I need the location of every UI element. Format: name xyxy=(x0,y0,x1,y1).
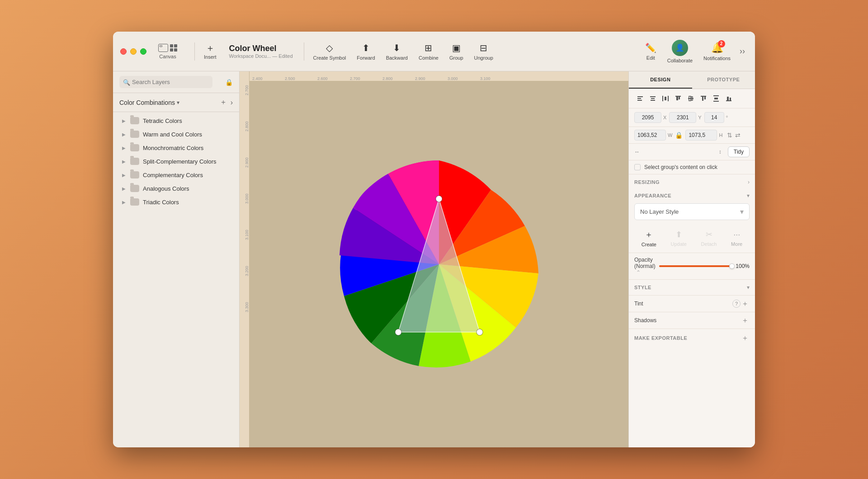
svg-rect-4 xyxy=(637,100,642,101)
ruler-mark: 2.500 xyxy=(285,76,317,81)
ruler-mark: 2.700 xyxy=(350,76,382,81)
update-style-button[interactable]: ⬆ Update xyxy=(667,228,690,249)
create-style-button[interactable]: ＋ Create xyxy=(638,227,660,249)
notifications-button[interactable]: 🔔 2 Notifications xyxy=(699,39,735,64)
height-input[interactable] xyxy=(685,130,717,141)
size-row: W 🔒 H ⇅ ⇄ xyxy=(629,127,755,144)
appearance-section-header[interactable]: APPEARANCE ▾ xyxy=(629,188,755,202)
tint-help-button[interactable]: ? xyxy=(732,300,741,308)
group-icon: ▣ xyxy=(452,42,461,53)
align-bottom-button[interactable] xyxy=(723,93,735,104)
insert-label: Insert xyxy=(204,54,217,60)
expand-button[interactable]: ›› xyxy=(737,44,748,59)
expand-icon: ▶ xyxy=(122,132,126,137)
distribute-v-button[interactable] xyxy=(710,93,722,104)
y-input[interactable] xyxy=(669,112,696,123)
space-indicator: ↔ xyxy=(634,149,716,155)
canvas-view-button[interactable]: Canvas xyxy=(154,41,182,62)
ungroup-icon: ⊟ xyxy=(480,42,487,53)
backward-label: Backward xyxy=(386,55,408,61)
list-item[interactable]: ▶ Complementary Colors xyxy=(113,168,239,182)
group-label: Group xyxy=(449,55,463,61)
shadows-add-button[interactable]: ＋ xyxy=(741,316,750,325)
update-icon: ⬆ xyxy=(675,230,682,240)
right-panel: DESIGN PROTOTYPE xyxy=(628,71,755,447)
edit-label: Edit xyxy=(646,55,655,61)
maximize-button[interactable] xyxy=(140,48,146,55)
control-dot-top xyxy=(436,196,442,202)
close-button[interactable] xyxy=(120,48,127,55)
canvas-area[interactable]: 2.400 2.500 2.600 2.700 2.800 2.900 3.00… xyxy=(240,71,628,447)
list-item[interactable]: ▶ Monochromatric Colors xyxy=(113,141,239,155)
doc-subtitle: Workspace Docu... — Edited xyxy=(229,53,293,59)
divider2 xyxy=(304,42,304,61)
list-item[interactable]: ▶ Split-Complementary Colors xyxy=(113,155,239,168)
shadows-label: Shadows xyxy=(634,317,741,324)
edit-button[interactable]: ✏️ Edit xyxy=(641,40,661,63)
backward-button[interactable]: ⬇ Backward xyxy=(381,40,413,63)
list-item[interactable]: ▶ Tetradic Colors xyxy=(113,114,239,127)
layer-group-name[interactable]: Color Combinations ▾ xyxy=(119,99,179,106)
layer-name: Warm and Cool Colors xyxy=(143,131,202,138)
detach-style-button[interactable]: ✂ Detach xyxy=(698,228,721,249)
x-label: X xyxy=(663,115,666,120)
rotation-input[interactable] xyxy=(704,112,724,123)
ruler-mark: 2.900 xyxy=(415,76,448,81)
combine-button[interactable]: ⊞ Combine xyxy=(413,40,444,63)
style-section-header[interactable]: STYLE ▾ xyxy=(629,280,755,296)
create-symbol-button[interactable]: ◇ Create Symbol xyxy=(308,40,352,63)
create-symbol-icon: ◇ xyxy=(326,42,333,53)
collaborate-label: Collaborate xyxy=(667,58,693,63)
layer-style-dropdown[interactable]: No Layer Style ▾ xyxy=(634,203,750,220)
align-left-button[interactable] xyxy=(634,93,646,104)
distribute-h-button[interactable] xyxy=(660,93,671,104)
ungroup-button[interactable]: ⊟ Ungroup xyxy=(469,40,499,63)
svg-rect-21 xyxy=(713,101,719,102)
list-item[interactable]: ▶ Triadic Colors xyxy=(113,195,239,209)
layer-name: Tetradic Colors xyxy=(143,117,182,124)
opacity-expand-icon[interactable]: ⌃ xyxy=(636,269,641,276)
tidy-button[interactable]: Tidy xyxy=(728,146,750,157)
list-item[interactable]: ▶ Warm and Cool Colors xyxy=(113,127,239,141)
group-name-text: Color Combinations xyxy=(119,99,175,106)
tint-add-button[interactable]: ＋ xyxy=(741,299,750,308)
tab-prototype[interactable]: PROTOTYPE xyxy=(692,71,755,89)
combine-label: Combine xyxy=(419,55,439,61)
collapse-button[interactable]: › xyxy=(231,99,233,107)
resizing-section-header[interactable]: RESIZING › xyxy=(629,174,755,188)
group-button[interactable]: ▣ Group xyxy=(444,40,469,63)
more-icon: ··· xyxy=(733,230,740,240)
width-input[interactable] xyxy=(634,130,666,141)
expand-icon: ▶ xyxy=(122,146,126,150)
style-chevron-icon: ▾ xyxy=(747,284,750,291)
add-layer-button[interactable]: ＋ xyxy=(220,98,227,107)
select-group-checkbox[interactable] xyxy=(634,164,641,170)
opacity-fill xyxy=(659,265,732,267)
layer-name: Analogous Colors xyxy=(143,185,189,192)
search-input[interactable] xyxy=(119,76,212,88)
list-item[interactable]: ▶ Analogous Colors xyxy=(113,182,239,195)
align-center-h-button[interactable] xyxy=(647,93,659,104)
tab-design[interactable]: DESIGN xyxy=(629,71,692,89)
forward-button[interactable]: ⬆ Forward xyxy=(351,40,380,63)
svg-rect-8 xyxy=(662,96,663,101)
opacity-thumb[interactable] xyxy=(729,263,735,269)
insert-button[interactable]: ＋ Insert xyxy=(198,41,222,62)
align-top2-button[interactable] xyxy=(698,93,709,104)
opacity-slider[interactable] xyxy=(659,265,732,267)
flip-v-icon[interactable]: ⇄ xyxy=(735,131,741,139)
x-field: X xyxy=(634,112,666,123)
opacity-text: Opacity (Normal) xyxy=(634,257,656,269)
ruler-vmark: 3.000 xyxy=(245,193,249,230)
more-style-button[interactable]: ··· More xyxy=(727,228,746,249)
minimize-button[interactable] xyxy=(130,48,137,55)
lock-ratio-icon[interactable]: 🔒 xyxy=(675,131,683,139)
align-top-button[interactable] xyxy=(672,93,684,104)
chevron-down-icon: ▾ xyxy=(177,99,179,106)
ruler-mark: 3.100 xyxy=(480,76,513,81)
x-input[interactable] xyxy=(634,112,661,123)
make-exportable-add-button[interactable]: ＋ xyxy=(741,333,750,343)
collaborate-button[interactable]: 👤 Collaborate xyxy=(663,37,697,66)
flip-h-icon[interactable]: ⇅ xyxy=(727,131,732,139)
align-middle-button[interactable] xyxy=(685,93,697,104)
